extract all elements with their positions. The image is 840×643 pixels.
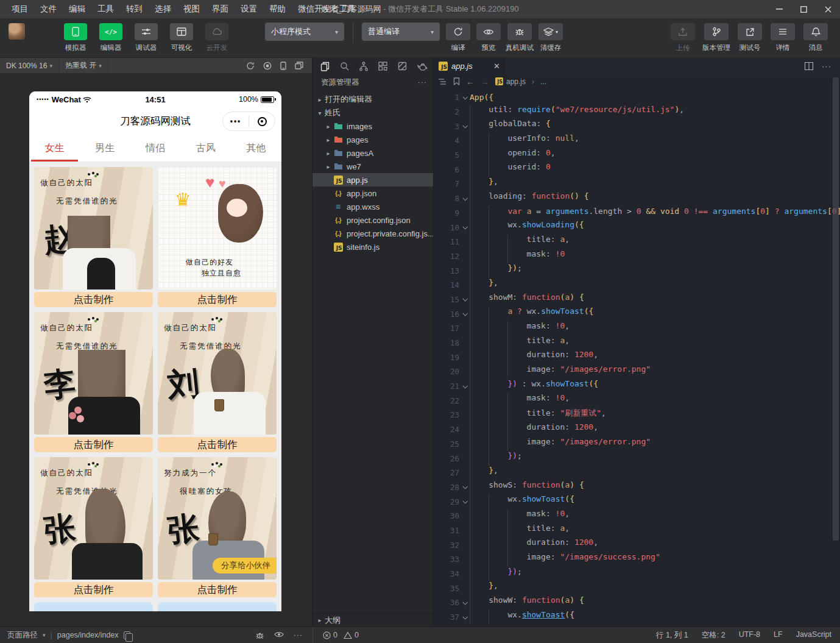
program-mode-select[interactable]: 小程序模式 ▾ bbox=[265, 23, 344, 41]
minimize-button[interactable] bbox=[767, 0, 791, 18]
tree-item-images[interactable]: ▸images bbox=[312, 119, 433, 133]
avatar-card-4[interactable]: 做自己的太阳无需凭借谁的光 刘 点击制作 bbox=[158, 312, 277, 452]
card-stub[interactable] bbox=[158, 602, 277, 611]
fold-icon[interactable] bbox=[459, 485, 470, 489]
code-line-8[interactable]: 8 loading: function() { bbox=[434, 191, 840, 206]
indent-setting[interactable]: 空格: 2 bbox=[702, 630, 725, 641]
code-line-11[interactable]: 11 title: a, bbox=[434, 235, 840, 249]
fold-icon[interactable] bbox=[459, 601, 470, 605]
fold-icon[interactable] bbox=[459, 124, 470, 128]
tree-item-app.json[interactable]: {..}app.json bbox=[312, 187, 433, 200]
toolbar-测试号-button[interactable]: 测试号 bbox=[736, 23, 763, 52]
code-line-36[interactable]: 36 showW: function(a) { bbox=[434, 595, 840, 610]
tab-情侣[interactable]: 情侣 bbox=[130, 135, 181, 162]
code-line-17[interactable]: 17 mask: !0, bbox=[434, 321, 840, 336]
code-line-16[interactable]: 16 a ? wx.showToast({ bbox=[434, 307, 840, 321]
code-line-29[interactable]: 29 wx.showToast({ bbox=[434, 494, 840, 509]
code-line-21[interactable]: 21 }) : wx.showToast({ bbox=[434, 379, 840, 394]
avatar-card-5[interactable]: 做自己的太阳无需凭借谁的光 张 点击制作 bbox=[34, 457, 153, 597]
code-line-34[interactable]: 34 }); bbox=[434, 567, 840, 581]
share-badge[interactable]: 分享给小伙伴 bbox=[213, 558, 277, 574]
debug-icon[interactable] bbox=[255, 631, 264, 640]
eye-icon[interactable] bbox=[274, 631, 284, 640]
maximize-button[interactable] bbox=[791, 0, 816, 18]
code-line-7[interactable]: 7 }, bbox=[434, 177, 840, 191]
code-line-6[interactable]: 6 userid: 0 bbox=[434, 162, 840, 177]
toolbar-详情-button[interactable]: 详情 bbox=[769, 23, 796, 52]
toolbar-模拟器-button[interactable]: 模拟器 bbox=[62, 23, 90, 52]
tree-item-pagesA[interactable]: ▸pagesA bbox=[312, 146, 433, 160]
explorer-more-button[interactable]: ··· bbox=[418, 78, 428, 87]
files-icon[interactable] bbox=[320, 62, 330, 71]
code-line-3[interactable]: 3 globalData: { bbox=[434, 119, 840, 133]
page-path-dropdown[interactable]: 页面路径 bbox=[7, 630, 38, 641]
toolbar-版本管理-button[interactable]: 版本管理 bbox=[702, 23, 730, 52]
device-scale-dropdown[interactable]: DK 100% 16 ▾ bbox=[0, 58, 59, 73]
more-actions-icon[interactable]: ··· bbox=[822, 62, 831, 71]
code-line-33[interactable]: 33 image: "/images/success.png" bbox=[434, 552, 840, 567]
toolbar-消息-button[interactable]: 消息 bbox=[802, 23, 829, 52]
code-line-20[interactable]: 20 image: "/images/error.png" bbox=[434, 364, 840, 379]
teapot-icon[interactable] bbox=[417, 62, 428, 71]
tree-item-app.js[interactable]: JSapp.js bbox=[312, 173, 433, 187]
fold-icon[interactable] bbox=[459, 312, 470, 316]
menu-文件[interactable]: 文件 bbox=[35, 2, 62, 16]
compile-mode-select[interactable]: 普通编译 ▾ bbox=[362, 23, 440, 41]
tree-item-打开的编辑器[interactable]: ▸打开的编辑器 bbox=[312, 93, 433, 106]
fold-icon[interactable] bbox=[459, 197, 470, 201]
make-button[interactable]: 点击制作 bbox=[158, 292, 277, 307]
code-line-30[interactable]: 30 mask: !0, bbox=[434, 509, 840, 524]
fold-icon[interactable] bbox=[459, 96, 470, 99]
code-line-26[interactable]: 26 }); bbox=[434, 451, 840, 466]
code-line-5[interactable]: 5 openid: 0, bbox=[434, 148, 840, 163]
menu-微信开发者工具[interactable]: 微信开发者工具 bbox=[292, 2, 361, 16]
menu-界面[interactable]: 界面 bbox=[206, 2, 234, 16]
toolbar-预览-button[interactable]: 预览 bbox=[475, 23, 502, 52]
code-line-18[interactable]: 18 title: a, bbox=[434, 336, 840, 350]
bookmark-icon[interactable] bbox=[453, 77, 460, 85]
toolbar-真机调试-button[interactable]: 真机调试 bbox=[506, 23, 534, 52]
menu-设置[interactable]: 设置 bbox=[235, 2, 263, 16]
code-area[interactable]: 1 App({ 2 util: require("we7/resource/js… bbox=[434, 88, 840, 627]
split-editor-icon[interactable] bbox=[805, 62, 813, 70]
tree-item-app.wxss[interactable]: ≡app.wxss bbox=[312, 200, 433, 213]
code-line-15[interactable]: 15 showM: function(a) { bbox=[434, 293, 840, 307]
make-button[interactable]: 点击制作 bbox=[34, 437, 153, 452]
sim-refresh-icon[interactable] bbox=[246, 62, 255, 70]
code-line-4[interactable]: 4 userInfo: null, bbox=[434, 133, 840, 148]
menu-转到[interactable]: 转到 bbox=[121, 2, 148, 16]
code-line-24[interactable]: 24 duration: 1200, bbox=[434, 422, 840, 437]
menu-项目[interactable]: 项目 bbox=[6, 2, 34, 16]
code-line-1[interactable]: 1 App({ bbox=[434, 90, 840, 105]
language-mode[interactable]: JavaScript bbox=[796, 630, 831, 641]
outline-section[interactable]: ▸ 大纲 bbox=[312, 613, 433, 627]
cursor-position[interactable]: 行 1, 列 1 bbox=[656, 630, 688, 641]
outline-list-icon[interactable] bbox=[439, 78, 447, 85]
avatar-card-3[interactable]: 做自己的太阳无需凭借谁的光 李 点击制作 bbox=[34, 312, 153, 452]
fold-icon[interactable] bbox=[459, 616, 470, 619]
code-line-2[interactable]: 2 util: require("we7/resource/js/util.js… bbox=[434, 105, 840, 119]
menu-帮助[interactable]: 帮助 bbox=[264, 2, 291, 16]
avatar-card-1[interactable]: 做自己的太阳无需凭借谁的光 赵 点击制作 bbox=[34, 167, 153, 307]
breadcrumb-file[interactable]: JS app.js bbox=[495, 77, 526, 86]
code-line-13[interactable]: 13 }); bbox=[434, 263, 840, 278]
avatar-card-6[interactable]: 努力成为一个很哇塞的女孩 张分享给小伙伴 点击制作 bbox=[158, 457, 277, 597]
tab-男生[interactable]: 男生 bbox=[80, 135, 130, 162]
frame-icon[interactable] bbox=[398, 62, 407, 71]
code-line-32[interactable]: 32 duration: 1200, bbox=[434, 538, 840, 552]
code-line-27[interactable]: 27 }, bbox=[434, 466, 840, 480]
toolbar-清缓存-button[interactable]: ▾ 清缓存 bbox=[537, 23, 564, 52]
forward-icon[interactable]: → bbox=[481, 77, 489, 87]
code-line-23[interactable]: 23 title: "刷新重试", bbox=[434, 408, 840, 422]
menu-工具[interactable]: 工具 bbox=[92, 2, 119, 16]
problems-indicator[interactable]: 0 0 bbox=[312, 627, 434, 643]
tree-item-project.private.config.js...[interactable]: {..}project.private.config.js... bbox=[312, 227, 433, 240]
fold-icon[interactable] bbox=[459, 500, 470, 503]
tree-item-姓氏[interactable]: ▾姓氏 bbox=[312, 106, 433, 119]
hot-reload-dropdown[interactable]: 热重载 开 ▾ bbox=[59, 58, 108, 73]
capsule-home-button[interactable] bbox=[249, 117, 275, 126]
menu-选择[interactable]: 选择 bbox=[149, 2, 177, 16]
more-icon[interactable]: ··· bbox=[294, 631, 303, 640]
toolbar-可视化-button[interactable]: 可视化 bbox=[168, 23, 196, 52]
tab-女生[interactable]: 女生 bbox=[29, 135, 80, 162]
